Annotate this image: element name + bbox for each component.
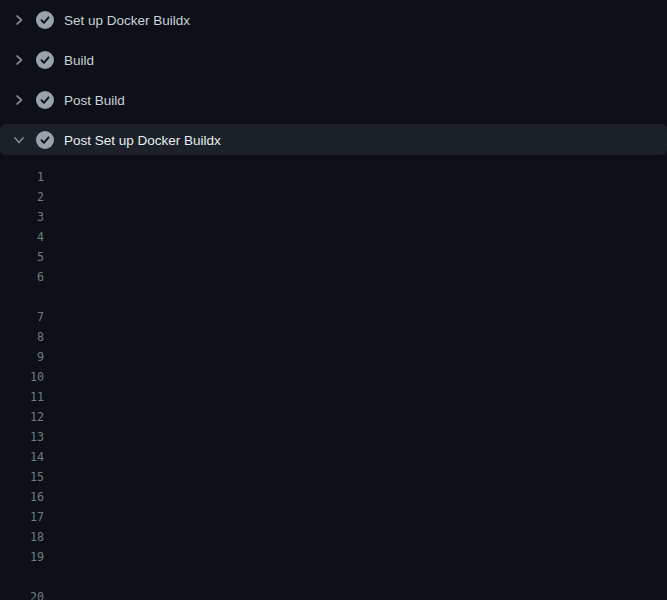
step-row-post-build[interactable]: Post Build [0,80,667,120]
step-row-build[interactable]: Build [0,40,667,80]
log-line-number[interactable]: 13 [0,427,44,447]
log-line-number[interactable]: 8 [0,327,44,347]
log-line: application/vnd.oci.image.index.v1+json,… [0,567,667,587]
log-line: 16 time="2021-04-23T18:02:38Z" level=deb… [0,487,667,507]
step-row-post-set-up-docker-buildx[interactable]: Post Set up Docker Buildx [0,120,667,160]
log-line-number[interactable]: 9 [0,347,44,367]
log-line-number[interactable]: 7 [0,307,44,327]
log-line: 17 time="2021-04-23T18:02:38Z" level=deb… [0,507,667,527]
log-line: 19 time="2021-04-23T18:02:38Z" level=deb… [0,547,667,567]
log-line: 11 time="2021-04-23T18:02:38Z" level=deb… [0,387,667,407]
log-line-number[interactable]: 5 [0,247,44,267]
log-line-number[interactable]: 20 [0,587,44,600]
log-line: 15 time="2021-04-23T18:02:38Z" level=deb… [0,467,667,487]
log-line-number[interactable]: 18 [0,527,44,547]
chevron-right-icon [12,53,26,67]
log-line: 3 /usr/bin/docker logs buildx_buildkit_b… [0,207,667,227]
log-line-number[interactable]: 1 [0,167,44,187]
chevron-down-icon [12,133,26,147]
log-line-number[interactable]: 3 [0,207,44,227]
log-line-number[interactable]: 15 [0,467,44,487]
log-line: 20 time="2021-04-23T18:02:38Z" level=deb… [0,587,667,600]
step-label: Set up Docker Buildx [64,13,190,28]
log-line: 18 time="2021-04-23T18:02:38Z" level=deb… [0,527,667,547]
log-line-number[interactable]: 11 [0,387,44,407]
log-line: 6 time="2021-04-23T18:02:37Z" level=info… [0,267,667,287]
log-line: 10 time="2021-04-23T18:02:37Z" level=inf… [0,367,667,387]
log-line-number[interactable]: 17 [0,507,44,527]
log-line: 12 time="2021-04-23T18:02:38Z" level=deb… [0,407,667,427]
log-line: 2 ▼ BuildKit container logs [0,187,667,207]
log-line-number[interactable]: 19 [0,547,44,567]
log-line-number[interactable]: 2 [0,187,44,207]
check-circle-icon [36,131,54,149]
log-line-number[interactable]: 16 [0,487,44,507]
chevron-right-icon [12,93,26,107]
log-line: 13 time="2021-04-23T18:02:38Z" level=deb… [0,427,667,447]
log-line: 4 time="2021-04-23T18:02:37Z" level=info… [0,227,667,247]
log-line: 7 time="2021-04-23T18:02:37Z" level=warn… [0,307,667,327]
log-line-number[interactable]: 4 [0,227,44,247]
log-line: 1 Post job cleanup. [0,167,667,187]
check-circle-icon [36,11,54,29]
log-viewer: 1 Post job cleanup. 2 ▼ BuildKit contain… [0,167,667,600]
check-circle-icon [36,91,54,109]
log-line: 14 time="2021-04-23T18:02:38Z" level=deb… [0,447,667,467]
step-label: Build [64,53,94,68]
log-line: 9 time="2021-04-23T18:02:37Z" level=warn… [0,347,667,367]
step-row-set-up-docker-buildx[interactable]: Set up Docker Buildx [0,0,667,40]
log-line: linux/riscv64 linux/ppc64le linux/s390x … [0,287,667,307]
log-line-number[interactable]: 10 [0,367,44,387]
log-line: 8 time="2021-04-23T18:02:37Z" level=info… [0,327,667,347]
check-circle-icon [36,51,54,69]
step-label: Post Build [64,93,125,108]
log-line-number[interactable]: 6 [0,267,44,287]
steps-list: Set up Docker Buildx Build Post Build [0,0,667,160]
chevron-right-icon [12,13,26,27]
log-line-number[interactable]: 12 [0,407,44,427]
step-label: Post Set up Docker Buildx [64,133,221,148]
log-line-number[interactable]: 14 [0,447,44,467]
log-line: 5 time="2021-04-23T18:02:37Z" level=warn… [0,247,667,267]
